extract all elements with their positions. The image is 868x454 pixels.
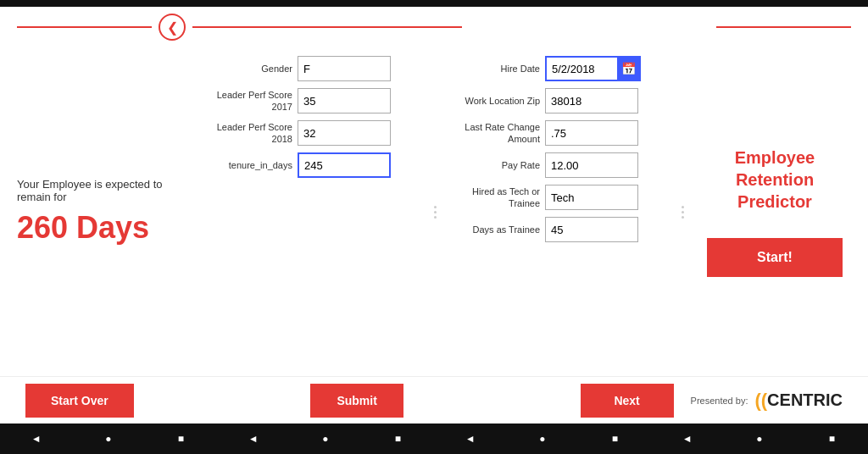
right-form-column: Hire Date 📅 Work Location Zip Last Rate … bbox=[447, 56, 671, 368]
dot bbox=[434, 206, 437, 208]
next-button[interactable]: Next bbox=[581, 384, 674, 418]
header: ❮ bbox=[0, 7, 868, 47]
hiredate-container: 📅 bbox=[545, 56, 641, 81]
dots-divider-left bbox=[432, 56, 438, 368]
dot bbox=[682, 211, 684, 213]
input-daystrainee[interactable] bbox=[545, 217, 638, 242]
nav-home-2[interactable]: ● bbox=[317, 433, 334, 445]
input-gender[interactable] bbox=[298, 56, 391, 81]
presented-by-label: Presented by: bbox=[691, 396, 748, 406]
nav-back-4[interactable]: ◄ bbox=[679, 433, 696, 445]
label-lps2018: Leader Perf Score 2018 bbox=[199, 121, 292, 146]
input-lps2018[interactable] bbox=[298, 120, 391, 146]
submit-button[interactable]: Submit bbox=[310, 384, 403, 418]
form-row-techtrainee: Hired as Tech or Trainee bbox=[447, 185, 671, 210]
left-panel: Your Employee is expected to remain for … bbox=[8, 47, 195, 376]
label-techtrainee: Hired as Tech or Trainee bbox=[447, 185, 540, 210]
days-value: 260 Days bbox=[17, 210, 149, 246]
input-techtrainee[interactable] bbox=[545, 185, 638, 210]
form-row-lps2018: Leader Perf Score 2018 bbox=[199, 120, 424, 146]
nav-home-1[interactable]: ● bbox=[100, 433, 117, 445]
input-zip[interactable] bbox=[545, 88, 638, 114]
calendar-icon[interactable]: 📅 bbox=[617, 56, 641, 81]
input-lps2017[interactable] bbox=[298, 88, 391, 114]
dot bbox=[434, 211, 437, 213]
center-panel: Gender Leader Perf Score 2017 Leader Per… bbox=[195, 47, 690, 376]
label-daystrainee: Days as Trainee bbox=[447, 224, 540, 235]
nav-back-2[interactable]: ◄ bbox=[245, 433, 262, 445]
presented-by-section: Presented by: (( CENTRIC bbox=[691, 390, 843, 412]
form-row-hiredate: Hire Date 📅 bbox=[447, 56, 671, 81]
main-content: ❮ Your Employee is expected to remain fo… bbox=[0, 7, 868, 424]
label-hiredate: Hire Date bbox=[447, 63, 540, 75]
label-payrate: Pay Rate bbox=[447, 159, 540, 171]
header-line-right bbox=[716, 26, 851, 28]
dot bbox=[682, 206, 684, 208]
centric-parens-left: (( bbox=[754, 390, 767, 412]
back-button-container: ❮ bbox=[159, 14, 186, 41]
header-line-left bbox=[17, 26, 152, 28]
nav-square-3[interactable]: ■ bbox=[606, 433, 623, 445]
erp-title: Employee Retention Predictor bbox=[698, 147, 851, 213]
nav-home-3[interactable]: ● bbox=[534, 433, 551, 445]
nav-home-4[interactable]: ● bbox=[751, 433, 768, 445]
input-tenure[interactable] bbox=[298, 152, 391, 178]
form-row-daystrainee: Days as Trainee bbox=[447, 217, 671, 242]
label-zip: Work Location Zip bbox=[447, 95, 540, 107]
centric-logo: (( CENTRIC bbox=[754, 390, 843, 412]
start-button[interactable]: Start! bbox=[707, 238, 843, 277]
remain-text: Your Employee is expected to remain for bbox=[17, 178, 195, 203]
form-row-payrate: Pay Rate bbox=[447, 152, 671, 178]
right-panel: Employee Retention Predictor Start! bbox=[690, 47, 860, 376]
nav-square-2[interactable]: ■ bbox=[389, 433, 406, 445]
label-gender: Gender bbox=[199, 63, 292, 75]
android-nav: ◄ ● ■ ◄ ● ■ ◄ ● ■ ◄ ● ■ bbox=[0, 424, 868, 454]
dot bbox=[682, 216, 684, 219]
form-row-zip: Work Location Zip bbox=[447, 88, 671, 114]
centric-text: CENTRIC bbox=[767, 390, 843, 410]
action-bar: Start Over Submit Next Presented by: (( … bbox=[0, 376, 868, 424]
form-row-gender: Gender bbox=[199, 56, 424, 81]
label-lps2017: Leader Perf Score 2017 bbox=[199, 89, 292, 114]
nav-square-4[interactable]: ■ bbox=[823, 433, 840, 445]
start-over-button[interactable]: Start Over bbox=[25, 384, 134, 418]
header-line-center bbox=[192, 26, 462, 28]
top-bar bbox=[0, 0, 868, 7]
left-form-column: Gender Leader Perf Score 2017 Leader Per… bbox=[199, 56, 424, 368]
body-area: Your Employee is expected to remain for … bbox=[0, 47, 868, 376]
input-hiredate[interactable] bbox=[545, 56, 617, 81]
form-row-ratechange: Last Rate Change Amount bbox=[447, 120, 671, 146]
back-button[interactable]: ❮ bbox=[159, 14, 186, 41]
form-row-lps2017: Leader Perf Score 2017 bbox=[199, 88, 424, 114]
nav-back-3[interactable]: ◄ bbox=[462, 433, 479, 445]
label-ratechange: Last Rate Change Amount bbox=[447, 121, 540, 146]
dots-divider-right bbox=[680, 56, 686, 368]
label-tenure: tenure_in_days bbox=[199, 159, 292, 171]
form-row-tenure: tenure_in_days bbox=[199, 152, 424, 178]
input-payrate[interactable] bbox=[545, 152, 638, 178]
nav-back-1[interactable]: ◄ bbox=[28, 433, 45, 445]
nav-square-1[interactable]: ■ bbox=[172, 433, 189, 445]
dot bbox=[434, 216, 437, 219]
input-ratechange[interactable] bbox=[545, 120, 638, 146]
